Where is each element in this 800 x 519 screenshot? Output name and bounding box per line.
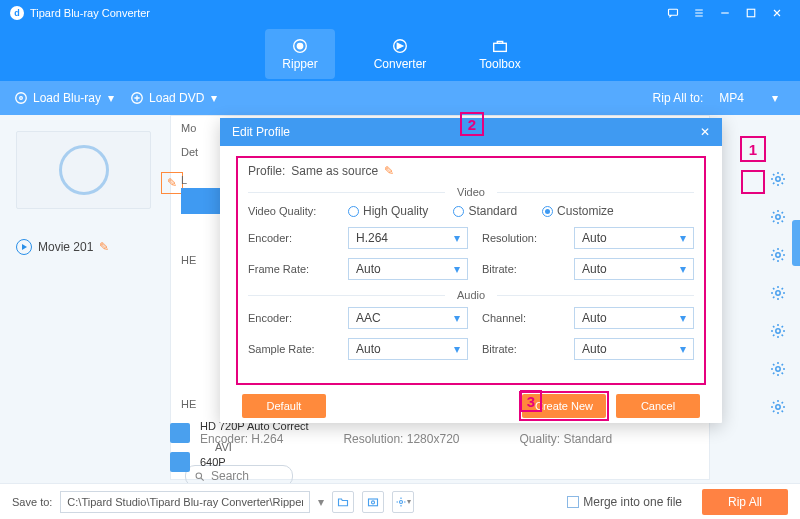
play-icon[interactable]	[16, 239, 32, 255]
default-button[interactable]: Default	[242, 394, 326, 418]
annotation-1: 1	[740, 136, 766, 162]
movie-row[interactable]: Movie 201 ✎	[16, 239, 161, 255]
app-title: Tipard Blu-ray Converter	[30, 7, 660, 19]
annotation-2: 2	[460, 112, 484, 136]
svg-point-11	[776, 215, 780, 219]
merge-checkbox[interactable]: Merge into one file	[567, 495, 682, 509]
samplerate-label: Sample Rate:	[248, 343, 348, 355]
profile-settings-box: Profile: Same as source ✎ Video Video Qu…	[236, 156, 706, 385]
svg-rect-5	[494, 43, 507, 51]
annotation-gear-highlight	[741, 170, 765, 194]
pencil-icon[interactable]: ✎	[384, 164, 394, 178]
checkbox-icon	[567, 496, 579, 508]
close-icon[interactable]: ✕	[700, 125, 710, 139]
svg-point-18	[372, 500, 375, 503]
modal-title: Edit Profile	[232, 125, 290, 139]
svg-point-12	[776, 253, 780, 257]
svg-point-6	[16, 93, 27, 104]
menu-icon[interactable]	[686, 0, 712, 26]
svg-point-15	[776, 367, 780, 371]
tab-converter[interactable]: Converter	[365, 29, 435, 79]
minimize-icon[interactable]	[712, 0, 738, 26]
samplerate-select[interactable]: Auto▾	[348, 338, 468, 360]
edit-box-icon[interactable]: ✎	[161, 172, 183, 194]
main-nav: Ripper Converter Toolbox	[0, 26, 800, 81]
titlebar: d Tipard Blu-ray Converter	[0, 0, 800, 26]
svg-rect-17	[369, 499, 378, 506]
profile-label: Profile:	[248, 164, 285, 178]
open-folder-button[interactable]	[332, 491, 354, 513]
profile-value: Same as source	[291, 164, 378, 178]
chevron-down-icon: ▾	[772, 91, 778, 105]
video-bitrate-select[interactable]: Auto▾	[574, 258, 694, 280]
disc-thumbnail	[16, 131, 151, 209]
audio-section-label: Audio	[445, 289, 497, 301]
chevron-down-icon[interactable]: ▾	[318, 495, 324, 509]
resolution-select[interactable]: Auto▾	[574, 227, 694, 249]
encoder-label: Encoder:	[248, 232, 348, 244]
radio-customize[interactable]: Customize	[542, 204, 614, 218]
edit-profile-modal: Edit Profile ✕ Profile: Same as source ✎…	[220, 118, 722, 423]
preset-icon	[170, 423, 190, 443]
radio-high-quality[interactable]: High Quality	[348, 204, 428, 218]
format-select[interactable]: MP4 ▾	[711, 88, 786, 108]
record-icon	[291, 37, 309, 55]
gear-icon[interactable]	[770, 361, 786, 377]
save-bar: Save to: ▾ ▾ Merge into one file Rip All	[0, 483, 800, 519]
disc-panel: Movie 201 ✎	[16, 131, 161, 255]
svg-point-3	[297, 43, 302, 48]
settings-button[interactable]: ▾	[392, 491, 414, 513]
expand-handle[interactable]	[792, 220, 800, 266]
cancel-button[interactable]: Cancel	[616, 394, 700, 418]
save-path-input[interactable]	[60, 491, 310, 513]
annotation-3: 3	[520, 390, 542, 412]
channel-select[interactable]: Auto▾	[574, 307, 694, 329]
app-logo: d	[10, 6, 24, 20]
svg-point-10	[776, 177, 780, 181]
plus-circle-icon	[130, 91, 144, 105]
radio-standard[interactable]: Standard	[453, 204, 517, 218]
load-dvd-button[interactable]: Load DVD ▾	[130, 91, 217, 105]
svg-point-14	[776, 329, 780, 333]
gear-icon[interactable]	[770, 171, 786, 187]
resolution-label: Resolution:	[482, 232, 574, 244]
toolbar: Load Blu-ray ▾ Load DVD ▾ Rip All to: MP…	[0, 81, 800, 115]
rip-all-to: Rip All to: MP4 ▾	[653, 88, 786, 108]
chevron-down-icon: ▾	[108, 91, 114, 105]
framerate-select[interactable]: Auto▾	[348, 258, 468, 280]
snapshot-button[interactable]	[362, 491, 384, 513]
audio-bitrate-select[interactable]: Auto▾	[574, 338, 694, 360]
preset-icon	[170, 452, 190, 472]
list-item[interactable]: 640P	[170, 449, 730, 475]
rip-all-button[interactable]: Rip All	[702, 489, 788, 515]
close-icon[interactable]	[764, 0, 790, 26]
maximize-icon[interactable]	[738, 0, 764, 26]
audio-encoder-label: Encoder:	[248, 312, 348, 324]
gear-icon[interactable]	[770, 285, 786, 301]
tab-toolbox[interactable]: Toolbox	[465, 29, 535, 79]
audio-encoder-select[interactable]: AAC▾	[348, 307, 468, 329]
gear-icon[interactable]	[770, 399, 786, 415]
svg-point-19	[400, 500, 403, 503]
save-to-label: Save to:	[12, 496, 52, 508]
tab-ripper[interactable]: Ripper	[265, 29, 335, 79]
gear-icon[interactable]	[770, 247, 786, 263]
load-bluray-button[interactable]: Load Blu-ray ▾	[14, 91, 114, 105]
svg-rect-1	[747, 9, 755, 17]
svg-point-13	[776, 291, 780, 295]
video-encoder-select[interactable]: H.264▾	[348, 227, 468, 249]
toolbox-icon	[491, 37, 509, 55]
pencil-icon[interactable]: ✎	[99, 240, 109, 254]
svg-point-7	[20, 97, 23, 100]
video-section-label: Video	[445, 186, 497, 198]
chevron-down-icon: ▾	[211, 91, 217, 105]
svg-point-16	[776, 405, 780, 409]
channel-label: Channel:	[482, 312, 574, 324]
bitrate-label: Bitrate:	[482, 263, 574, 275]
settings-column	[770, 171, 786, 415]
feedback-icon[interactable]	[660, 0, 686, 26]
video-quality-label: Video Quality:	[248, 205, 348, 217]
gear-icon[interactable]	[770, 209, 786, 225]
gear-icon[interactable]	[770, 323, 786, 339]
framerate-label: Frame Rate:	[248, 263, 348, 275]
